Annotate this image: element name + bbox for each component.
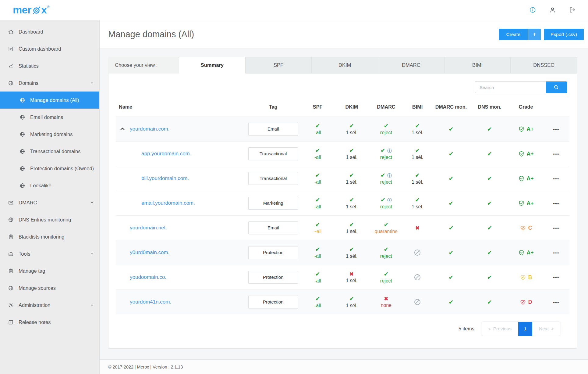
sidebar-item-manage-domains-all[interactable]: Manage domains (All) <box>0 92 99 109</box>
dns-mon-cell: ✔ <box>470 142 508 166</box>
page-header: Manage domains (All) Create + Export (.c… <box>100 20 588 49</box>
sidebar-item-label: DNS Entries monitoring <box>19 217 71 223</box>
next-page-button[interactable]: Next> <box>532 322 561 336</box>
spf-cell: ✔-all <box>301 117 335 142</box>
tag-badge: Protection <box>248 296 298 308</box>
domain-link[interactable]: email.yourdomain.com. <box>141 200 195 206</box>
row-menu-button[interactable]: ••• <box>553 300 559 304</box>
tab-dnssec[interactable]: DNSSEC <box>511 57 577 74</box>
sidebar-item-transactional-domains[interactable]: Transactional domains <box>0 143 99 160</box>
dkim-value: 1 sél. <box>346 130 357 135</box>
sidebar-item-dns-entries-monitoring[interactable]: DNS Entries monitoring <box>0 211 99 228</box>
domain-link[interactable]: bill.yourdomain.com. <box>141 175 189 182</box>
sidebar-item-tools[interactable]: Tools <box>0 245 99 262</box>
tag-badge: Protection <box>248 246 298 259</box>
check-icon: ✔ <box>487 299 492 305</box>
spf-cell: ✔-all <box>301 166 335 191</box>
registered-mark: ® <box>47 5 49 9</box>
col-header-name: Name <box>116 99 246 117</box>
tag-cell: Transactional <box>246 142 301 166</box>
app-logo[interactable]: mer x ® <box>13 4 49 16</box>
bimi-value: 1 sél. <box>412 179 423 185</box>
check-icon: ✔ <box>349 148 354 153</box>
sidebar-item-manage-sources[interactable]: Manage sources <box>0 279 99 297</box>
check-icon: ✔ <box>349 246 354 252</box>
sidebar-item-dmarc[interactable]: DMARC <box>0 194 99 211</box>
sidebar-item-blacklists-monitoring[interactable]: Blacklists monitoring <box>0 228 99 245</box>
dkim-value: 1 sél. <box>346 179 357 185</box>
globe-icon <box>19 114 25 120</box>
sidebar-item-dashboard[interactable]: Dashboard <box>0 23 99 40</box>
info-icon[interactable] <box>529 6 536 13</box>
name-cell: youdoomain.co. <box>116 265 246 290</box>
info-icon[interactable]: ⓘ <box>387 198 392 202</box>
col-header-dkim: DKIM <box>335 99 369 117</box>
search-input[interactable] <box>475 81 546 93</box>
row-menu-button[interactable]: ••• <box>553 275 559 280</box>
col-header-grade: Grade <box>508 99 543 117</box>
check-icon: ✔ <box>315 172 320 178</box>
search-button[interactable] <box>546 81 567 93</box>
dns-mon-cell: ✔ <box>470 290 508 315</box>
domain-link[interactable]: app.yourdomain.com. <box>141 151 191 157</box>
sidebar-item-administration[interactable]: Administration <box>0 297 99 314</box>
sidebar-item-email-domains[interactable]: Email domains <box>0 109 99 126</box>
spf-value: -all <box>314 130 321 135</box>
domain-link[interactable]: yourdomain.net. <box>130 225 167 231</box>
dmarc-cell: ✔reject <box>369 240 403 265</box>
tab-summary[interactable]: Summary <box>179 57 246 74</box>
collapse-chevron-icon[interactable] <box>119 126 126 132</box>
tab-bimi[interactable]: BIMI <box>445 57 511 74</box>
export-csv-button[interactable]: Export (.csv) <box>544 29 584 40</box>
domain-link[interactable]: y0urd0main.com. <box>130 250 169 256</box>
menu-cell: ••• <box>543 117 569 142</box>
dmarc-value: reject <box>380 130 392 135</box>
domain-link[interactable]: youdoomain.co. <box>130 274 166 280</box>
row-menu-button[interactable]: ••• <box>553 226 559 230</box>
check-icon: ✔ <box>487 126 492 132</box>
sidebar-item-marketing-domains[interactable]: Marketing domains <box>0 126 99 143</box>
dmarc-value: quarantine <box>375 229 398 234</box>
menu-cell: ••• <box>543 290 569 315</box>
check-icon: ✔ <box>315 296 320 302</box>
sidebar-item-statistics[interactable]: Statistics <box>0 57 99 74</box>
sidebar-item-label: Tools <box>19 251 30 257</box>
logout-icon[interactable] <box>569 6 576 13</box>
domain-link[interactable]: yourdom41n.com. <box>130 299 171 305</box>
shield-check-icon <box>518 126 525 132</box>
tab-dkim[interactable]: DKIM <box>312 57 378 74</box>
row-menu-button[interactable]: ••• <box>553 201 559 206</box>
sidebar-item-manage-tag[interactable]: Manage tag <box>0 262 99 279</box>
chevron-up-icon <box>119 126 126 132</box>
sidebar-item-domains[interactable]: Domains <box>0 74 99 92</box>
user-icon[interactable] <box>549 6 556 13</box>
sidebar-item-custom-dashboard[interactable]: Custom dashboard <box>0 40 99 57</box>
bimi-cell: ✔1 sél. <box>403 142 431 166</box>
sidebar-item-lookalike[interactable]: Lookalike <box>0 177 99 194</box>
row-menu-button[interactable]: ••• <box>553 127 559 131</box>
menu-cell: ••• <box>543 265 569 290</box>
sidebar-item-release-notes[interactable]: Release notes <box>0 314 99 331</box>
chevron-up-icon <box>90 81 94 85</box>
chart-icon <box>8 63 14 69</box>
info-icon[interactable]: ⓘ <box>387 148 392 153</box>
check-icon: ✔ <box>415 123 420 129</box>
heart-check-icon <box>520 274 526 281</box>
row-menu-button[interactable]: ••• <box>553 176 559 181</box>
sidebar-item-protection-domains[interactable]: Protection domains (Owned) <box>0 160 99 177</box>
current-page-button[interactable]: 1 <box>518 322 532 336</box>
tag-cell: Email <box>246 117 301 142</box>
row-menu-button[interactable]: ••• <box>553 250 559 255</box>
create-button[interactable]: Create + <box>499 29 541 40</box>
table-row: y0urd0main.com.Protection✔-all✔1 sél.✔re… <box>116 240 569 265</box>
grade-cell: A+ <box>508 191 543 216</box>
cross-icon: ✖ <box>384 296 388 301</box>
info-icon[interactable]: ⓘ <box>387 173 392 178</box>
row-menu-button[interactable]: ••• <box>553 152 559 156</box>
spf-value: -all <box>314 204 321 210</box>
previous-page-button[interactable]: <Previous <box>481 322 518 336</box>
domain-link[interactable]: yourdomain.com. <box>130 126 169 132</box>
tab-spf[interactable]: SPF <box>246 57 312 74</box>
dmarc-mon-cell: ✔ <box>431 290 470 315</box>
tab-dmarc[interactable]: DMARC <box>378 57 445 74</box>
